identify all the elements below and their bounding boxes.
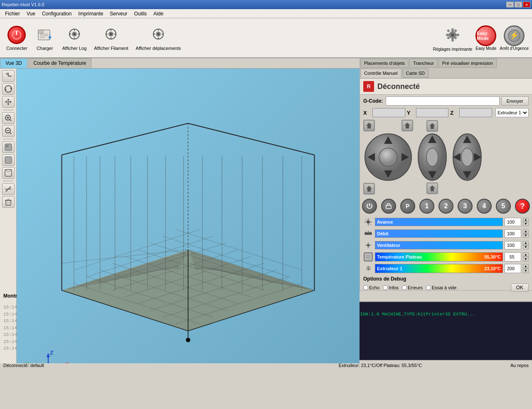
- park-button[interactable]: P: [400, 199, 415, 214]
- svg-point-168: [426, 148, 438, 166]
- svg-marker-44: [7, 99, 10, 100]
- afficher-log-button[interactable]: Afficher Log: [59, 23, 90, 53]
- tab-previsualiser[interactable]: Pré visualiser impression: [438, 59, 497, 68]
- home-x-button[interactable]: [363, 183, 375, 195]
- home-z-button[interactable]: [426, 120, 438, 132]
- delete-button[interactable]: [2, 196, 15, 208]
- extrudeur-current: 23,10°C: [484, 266, 501, 271]
- top-view-button[interactable]: [2, 154, 15, 166]
- preset2-button[interactable]: 2: [438, 199, 453, 214]
- avance-up[interactable]: ▲: [523, 218, 529, 222]
- slash-button[interactable]: [2, 183, 15, 195]
- extrudeur-label: Extrudeur 1: [377, 266, 402, 271]
- svg-rect-36: [447, 29, 450, 32]
- extrudeur-up[interactable]: ▲: [523, 264, 529, 269]
- svg-point-175: [461, 148, 473, 166]
- zoom-in-button[interactable]: [2, 112, 15, 124]
- tab-carte-sd[interactable]: Carte SD: [402, 69, 429, 78]
- ventilateur-down[interactable]: ▼: [523, 245, 529, 249]
- avance-value[interactable]: 100: [505, 218, 521, 226]
- right-panel: Placements d'objets Trancheur Pré visual…: [360, 58, 532, 290]
- close-button[interactable]: ✕: [523, 2, 530, 7]
- home-z-bottom-button[interactable]: [426, 182, 438, 194]
- pan-button[interactable]: [2, 96, 15, 108]
- debug-erreurs-radio[interactable]: [402, 285, 407, 290]
- e-dial[interactable]: [451, 132, 483, 182]
- xy-dial[interactable]: [363, 132, 413, 182]
- menu-serveur[interactable]: Serveur: [106, 10, 131, 17]
- extrudeur-down[interactable]: ▼: [523, 269, 529, 273]
- afficher-filament-button[interactable]: Afficher Filament: [91, 23, 131, 53]
- svg-point-18: [110, 33, 112, 35]
- afficher-log-icon: [64, 25, 84, 45]
- y-input[interactable]: [416, 108, 449, 117]
- arret-urgence-button[interactable]: ⚡: [504, 25, 525, 46]
- ok-button[interactable]: OK: [511, 283, 529, 292]
- menu-fichier[interactable]: Fichier: [2, 10, 23, 17]
- tab-controle-manuel[interactable]: Contrôle Manuel: [360, 69, 401, 78]
- easy-mode-block: Easy Mode Easy Mode: [475, 25, 496, 51]
- menu-vue[interactable]: Vue: [23, 10, 39, 17]
- gcode-input[interactable]: [386, 96, 500, 106]
- help-button[interactable]: ?: [515, 199, 530, 214]
- plateau-up[interactable]: ▲: [523, 252, 529, 257]
- tab-trancheur[interactable]: Trancheur: [409, 59, 438, 68]
- debug-infos-radio[interactable]: [383, 285, 388, 290]
- avance-down[interactable]: ▼: [523, 222, 529, 226]
- debug-echo-radio[interactable]: [363, 285, 368, 290]
- avance-icon: [363, 217, 373, 227]
- debug-essai-item[interactable]: Essai à vide: [426, 285, 456, 290]
- reglages-label: Réglages imprimante: [433, 47, 473, 52]
- debug-infos-item[interactable]: Infos: [383, 285, 399, 290]
- tab-vue3d[interactable]: Vue 3D: [0, 58, 27, 68]
- x-input[interactable]: [372, 108, 405, 117]
- debit-value[interactable]: 100: [505, 229, 521, 238]
- preset4-button[interactable]: 4: [477, 199, 492, 214]
- svg-text:⚡: ⚡: [510, 31, 519, 40]
- preset5-button[interactable]: 5: [496, 199, 511, 214]
- envoyer-button[interactable]: Envoyer: [501, 96, 529, 106]
- easy-mode-label: Easy Mode: [475, 46, 496, 51]
- plateau-target-input[interactable]: 55: [505, 252, 521, 261]
- preset3-button[interactable]: 3: [458, 199, 473, 214]
- svg-point-162: [379, 148, 397, 166]
- main-area: Vue 3D Courbe de Température: [0, 58, 532, 290]
- menu-outils[interactable]: Outils: [131, 10, 150, 17]
- debug-essai-radio[interactable]: [426, 285, 431, 290]
- plateau-down[interactable]: ▼: [523, 257, 529, 261]
- rotate-view-button[interactable]: [2, 83, 15, 95]
- load-button[interactable]: Charger: [32, 23, 58, 53]
- debit-up[interactable]: ▲: [523, 229, 529, 234]
- minimize-button[interactable]: ─: [506, 2, 514, 7]
- easy-mode-button[interactable]: Easy Mode: [475, 25, 496, 46]
- z-input[interactable]: [459, 108, 492, 117]
- z-dial[interactable]: [416, 132, 448, 182]
- arret-block: ⚡ Arrêt d'Urgence: [500, 25, 529, 51]
- afficher-deplacements-button[interactable]: Afficher déplacements: [133, 23, 184, 53]
- menu-configuration[interactable]: Configuration: [39, 10, 75, 17]
- home-xy-button[interactable]: [363, 120, 375, 131]
- debug-erreurs-item[interactable]: Erreurs: [402, 285, 423, 290]
- ventilateur-value[interactable]: 100: [505, 241, 521, 249]
- menu-aide[interactable]: Aide: [150, 10, 167, 17]
- ventilateur-row: Ventilateur 100 ▲ ▼: [360, 239, 532, 251]
- menu-imprimante[interactable]: Imprimante: [75, 10, 106, 17]
- isometric-button[interactable]: [2, 141, 15, 153]
- tab-placements[interactable]: Placements d'objets: [360, 59, 409, 68]
- home-y-button[interactable]: [401, 120, 413, 131]
- debug-echo-item[interactable]: Echo: [363, 285, 379, 290]
- connect-button[interactable]: Connecter: [3, 23, 30, 53]
- preset1-button[interactable]: 1: [419, 199, 434, 214]
- ventilateur-up[interactable]: ▲: [523, 241, 529, 245]
- reset-view-button[interactable]: [2, 70, 15, 82]
- afficher-deplacements-label: Afficher déplacements: [136, 46, 181, 51]
- tab-temperature[interactable]: Courbe de Température: [28, 58, 92, 68]
- extrudeur-target-input[interactable]: 200: [505, 264, 521, 273]
- extrudeur-select[interactable]: Extrudeur 1 Extrudeur 2: [495, 108, 529, 117]
- debit-down[interactable]: ▼: [523, 234, 529, 238]
- front-view-button[interactable]: [2, 167, 15, 179]
- power-button[interactable]: [362, 199, 377, 214]
- motors-off-button[interactable]: [381, 199, 396, 214]
- zoom-out-button[interactable]: [2, 125, 15, 137]
- maximize-button[interactable]: □: [515, 2, 522, 7]
